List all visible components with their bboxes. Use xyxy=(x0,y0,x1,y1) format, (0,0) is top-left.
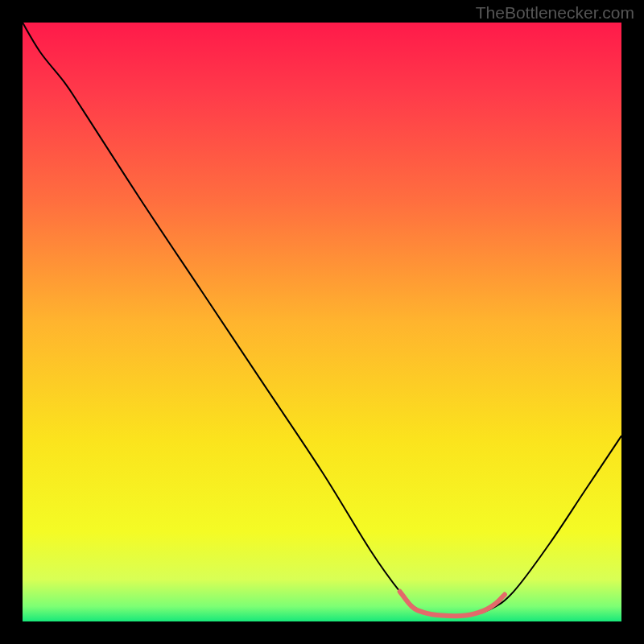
watermark-text: TheBottlenecker.com xyxy=(476,3,634,23)
plot-area xyxy=(23,23,621,621)
gradient-background xyxy=(23,23,621,621)
chart-container: TheBottlenecker.com xyxy=(0,0,644,644)
chart-svg xyxy=(23,23,621,621)
